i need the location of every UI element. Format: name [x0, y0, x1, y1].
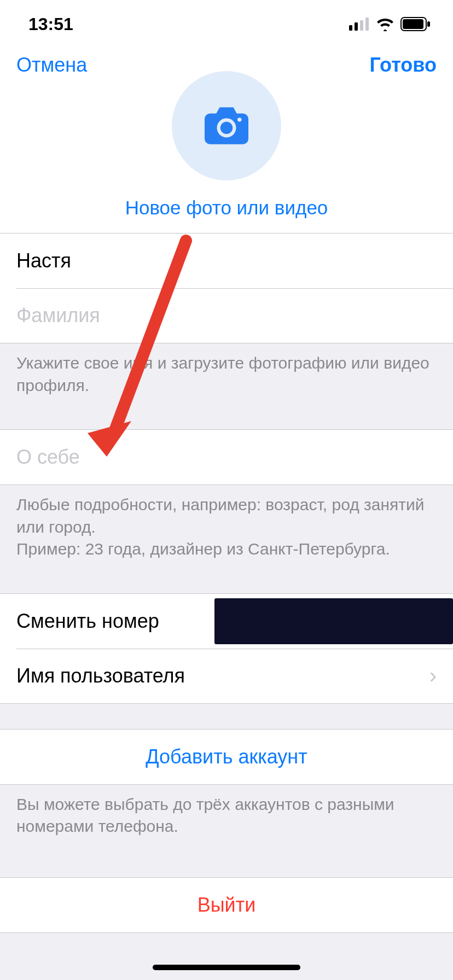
- done-button[interactable]: Готово: [369, 54, 437, 77]
- wifi-icon: [375, 17, 395, 31]
- bio-group: [0, 429, 453, 485]
- add-account-label: Добавить аккаунт: [146, 745, 307, 768]
- last-name-input[interactable]: [16, 304, 437, 327]
- change-number-label: Сменить номер: [16, 610, 159, 633]
- status-indicators: [349, 17, 431, 31]
- svg-rect-0: [349, 25, 352, 31]
- account-group: Сменить номер +7 927 685-44-47 › Имя пол…: [0, 593, 453, 704]
- avatar-section: Новое фото или видео: [0, 77, 453, 233]
- add-account-group: Добавить аккаунт: [0, 729, 453, 785]
- new-photo-button[interactable]: Новое фото или видео: [125, 197, 328, 219]
- first-name-input[interactable]: [16, 249, 437, 272]
- battery-icon: [400, 17, 431, 31]
- logout-group: Выйти: [0, 877, 453, 933]
- bio-cell[interactable]: [0, 430, 453, 485]
- last-name-cell[interactable]: [0, 288, 453, 343]
- cellular-icon: [349, 18, 370, 31]
- svg-rect-3: [365, 18, 369, 31]
- home-indicator: [153, 965, 300, 970]
- camera-icon: [205, 107, 248, 144]
- username-cell[interactable]: Имя пользователя ›: [0, 649, 453, 703]
- logout-label: Выйти: [198, 894, 256, 917]
- redaction-overlay: [214, 598, 453, 644]
- username-label: Имя пользователя: [16, 664, 185, 687]
- change-number-cell[interactable]: Сменить номер +7 927 685-44-47 ›: [0, 594, 453, 649]
- name-group: [0, 233, 453, 343]
- name-footer: Укажите свое имя и загрузите фотографию …: [0, 343, 453, 411]
- chevron-right-icon: ›: [429, 663, 437, 688]
- avatar-placeholder[interactable]: [172, 71, 281, 180]
- bio-footer: Любые подробности, например: возраст, ро…: [0, 485, 453, 575]
- status-bar: 13:51: [0, 0, 453, 48]
- cancel-button[interactable]: Отмена: [16, 54, 87, 77]
- bio-input[interactable]: [16, 446, 437, 469]
- logout-button[interactable]: Выйти: [0, 878, 453, 932]
- add-account-footer: Вы можете выбрать до трёх аккаунтов с ра…: [0, 785, 453, 852]
- svg-rect-2: [360, 20, 363, 31]
- add-account-button[interactable]: Добавить аккаунт: [0, 730, 453, 784]
- svg-rect-5: [403, 19, 423, 29]
- svg-rect-6: [427, 21, 430, 27]
- first-name-cell[interactable]: [0, 234, 453, 288]
- svg-rect-1: [355, 22, 358, 31]
- status-time: 13:51: [28, 14, 73, 34]
